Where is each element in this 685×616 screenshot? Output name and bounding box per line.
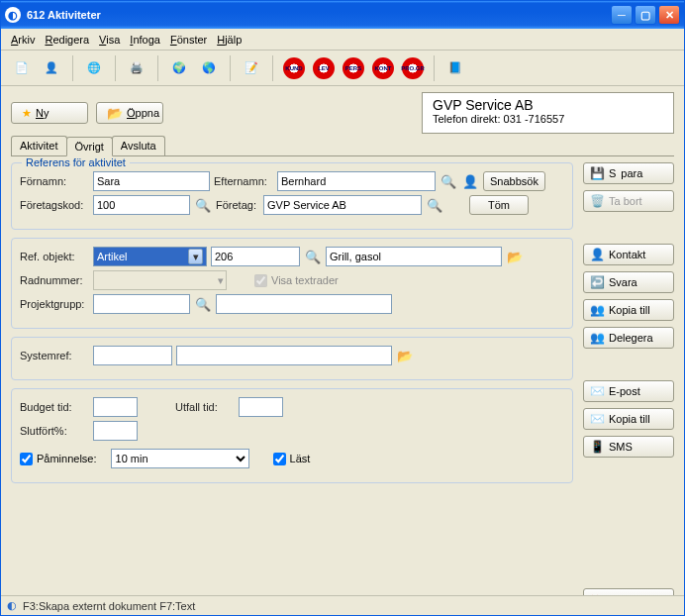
- tab-ovrigt[interactable]: Övrigt: [66, 137, 113, 156]
- epost-button[interactable]: ✉️E-post: [583, 380, 674, 402]
- search-foretagskod-icon[interactable]: 🔍: [194, 196, 212, 214]
- search-foretag-icon[interactable]: 🔍: [426, 196, 443, 214]
- close-button[interactable]: ✕: [658, 5, 680, 25]
- copy-to2-icon: ✉️: [590, 412, 604, 426]
- tool-book-icon[interactable]: 📘: [442, 55, 468, 81]
- legend-referens: Referens för aktivitet: [22, 156, 130, 168]
- label-fornamn: Förnamn:: [20, 175, 89, 187]
- label-foretag: Företag:: [216, 199, 259, 211]
- menu-redigera[interactable]: Redigera: [45, 34, 89, 46]
- checkbox-last[interactable]: [273, 453, 286, 465]
- save-icon: 💾: [590, 166, 604, 180]
- input-foretagskod[interactable]: [93, 195, 190, 215]
- label-budget: Budget tid:: [20, 401, 89, 413]
- group-refobjekt: Ref. objekt: Artikel ▾ 🔍 📂 Radnummer: ▾: [11, 238, 573, 329]
- badge-progr-icon[interactable]: PRO.GR: [400, 55, 426, 81]
- toolbar: 📄 👤 🌐 🖨️ 🌍 🌎 📝 KUND LEV PERS KONT PRO.GR…: [1, 51, 684, 86]
- company-phone: Telefon direkt: 031 -716557: [433, 113, 663, 125]
- search-refobjekt-icon[interactable]: 🔍: [304, 248, 322, 265]
- tool-globe-icon[interactable]: 🌐: [81, 55, 107, 81]
- kontakt-button[interactable]: 👤Kontakt: [583, 244, 674, 265]
- input-fornamn[interactable]: [93, 171, 210, 191]
- folder-refobjekt-icon[interactable]: 📂: [506, 248, 524, 265]
- tool-note-icon[interactable]: 📝: [239, 55, 264, 81]
- tabort-button: 🗑️Ta bort: [583, 190, 674, 212]
- kopia-till2-button[interactable]: ✉️Kopia till: [583, 408, 674, 430]
- input-projektgrupp-desc[interactable]: [216, 294, 392, 314]
- search-person-icon[interactable]: 🔍: [440, 172, 457, 190]
- input-projektgrupp-code[interactable]: [93, 294, 190, 314]
- menu-arkiv[interactable]: Arkiv: [11, 34, 35, 46]
- sms-button[interactable]: 📱SMS: [583, 436, 674, 458]
- check-paminnelse[interactable]: Påminnelse:: [20, 453, 97, 465]
- svara-button[interactable]: ↩️Svara: [583, 271, 674, 293]
- tool-new-icon[interactable]: 📄: [9, 55, 35, 81]
- kopia-till-button[interactable]: 👥Kopia till: [583, 299, 674, 321]
- sms-icon: 📱: [590, 440, 604, 454]
- right-pane: 💾Spara 🗑️Ta bort 👤Kontakt ↩️Svara 👥Kopia…: [583, 162, 674, 610]
- status-icon: ◐: [7, 599, 17, 612]
- person-icon[interactable]: 👤: [461, 172, 479, 190]
- status-text: F3:Skapa externt dokument F7:Text: [23, 600, 195, 612]
- left-pane: Referens för aktivitet Förnamn: Efternam…: [11, 162, 573, 610]
- snabbsok-button[interactable]: Snabbsök: [483, 171, 545, 191]
- window-title: 612 Aktiviteter: [27, 9, 611, 21]
- input-efternamn[interactable]: [277, 171, 436, 191]
- statusbar: ◐ F3:Skapa externt dokument F7:Text: [1, 595, 684, 615]
- group-referens: Referens för aktivitet Förnamn: Efternam…: [11, 162, 573, 230]
- delete-icon: 🗑️: [590, 194, 604, 208]
- select-paminnelse[interactable]: 10 min: [111, 449, 249, 468]
- group-budget: Budget tid: Utfall tid: Slutfört%: Påmin…: [11, 388, 573, 483]
- email-icon: ✉️: [590, 384, 604, 398]
- input-foretag[interactable]: [263, 195, 422, 215]
- app-icon: ◐: [5, 7, 21, 23]
- tool-user-icon[interactable]: 👤: [39, 55, 64, 81]
- company-name: GVP Service AB: [433, 97, 663, 113]
- delegera-button[interactable]: 👥Delegera: [583, 327, 674, 349]
- select-refobjekt[interactable]: Artikel ▾: [93, 247, 207, 266]
- input-budget[interactable]: [93, 397, 138, 417]
- checkbox-paminnelse[interactable]: [20, 453, 33, 465]
- tool-foretag-icon[interactable]: 🌎: [196, 55, 222, 81]
- chevron-down-icon: ▾: [188, 249, 203, 264]
- tab-avsluta[interactable]: Avsluta: [112, 136, 165, 155]
- maximize-button[interactable]: ▢: [635, 5, 656, 25]
- menu-hjalp[interactable]: Hjälp: [217, 34, 242, 46]
- company-box: GVP Service AB Telefon direkt: 031 -7165…: [422, 92, 674, 134]
- input-utfall[interactable]: [239, 397, 283, 417]
- badge-kund-icon[interactable]: KUND: [281, 55, 307, 81]
- input-systemref1[interactable]: [93, 346, 172, 365]
- check-last[interactable]: Läst: [273, 453, 311, 465]
- input-refobjekt-code[interactable]: [211, 247, 300, 266]
- search-projektgrupp-icon[interactable]: 🔍: [194, 295, 212, 313]
- label-slutfort: Slutfört%:: [20, 425, 89, 437]
- top-row: ★Ny 📂Öppna GVP Service AB Telefon direkt…: [1, 86, 684, 138]
- spara-button[interactable]: 💾Spara: [583, 162, 674, 184]
- tab-aktivitet[interactable]: Aktivitet: [11, 136, 67, 155]
- folder-systemref-icon[interactable]: 📂: [396, 347, 414, 364]
- input-slutfort[interactable]: [93, 421, 138, 441]
- badge-pers-icon[interactable]: PERS: [341, 55, 366, 81]
- label-radnummer: Radnummer:: [20, 274, 89, 286]
- ny-button[interactable]: ★Ny: [11, 102, 88, 124]
- label-foretagskod: Företagskod:: [20, 199, 89, 211]
- badge-lev-icon[interactable]: LEV: [311, 55, 337, 81]
- select-refobjekt-value: Artikel: [97, 251, 128, 262]
- delegate-icon: 👥: [590, 331, 604, 345]
- group-systemref: Systemref: 📂: [11, 337, 573, 380]
- menubar: Arkiv Redigera Visa Infoga Fönster Hjälp: [1, 29, 684, 51]
- input-systemref2[interactable]: [176, 346, 392, 365]
- tool-kont-icon[interactable]: 🌍: [166, 55, 192, 81]
- label-last: Läst: [290, 453, 311, 464]
- input-refobjekt-desc[interactable]: [326, 247, 502, 266]
- tool-print-icon[interactable]: 🖨️: [124, 55, 149, 81]
- badge-kont-icon[interactable]: KONT: [370, 55, 396, 81]
- oppna-button[interactable]: 📂Öppna: [96, 102, 163, 124]
- tom-button[interactable]: Töm: [469, 195, 529, 215]
- menu-fonster[interactable]: Fönster: [170, 34, 207, 46]
- menu-visa[interactable]: Visa: [99, 34, 120, 46]
- label-projektgrupp: Projektgrupp:: [20, 298, 89, 310]
- menu-infoga[interactable]: Infoga: [130, 34, 160, 46]
- check-visa-textrader: Visa textrader: [254, 274, 339, 287]
- minimize-button[interactable]: ─: [611, 5, 633, 25]
